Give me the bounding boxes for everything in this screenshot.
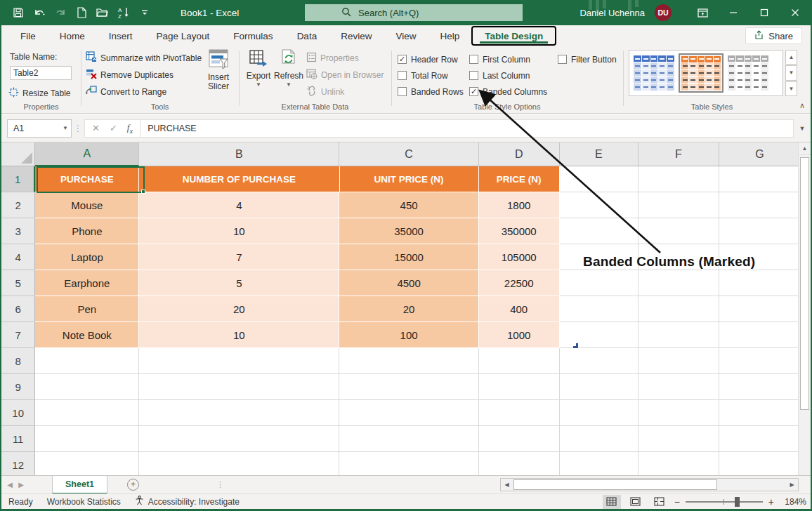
cell-F8[interactable] bbox=[639, 348, 719, 374]
sheet-nav-right-icon[interactable]: ▶ bbox=[13, 481, 30, 489]
unchecked-checkbox-icon[interactable] bbox=[558, 55, 567, 64]
checkbox-first-column[interactable]: First Column bbox=[469, 55, 558, 65]
cell-B12[interactable] bbox=[139, 452, 339, 475]
tab-formulas[interactable]: Formulas bbox=[221, 25, 284, 46]
cell-C1[interactable]: UNIT PRICE (N) bbox=[340, 166, 479, 192]
tab-data[interactable]: Data bbox=[285, 25, 329, 46]
column-header-F[interactable]: F bbox=[639, 142, 719, 166]
checked-checkbox-icon[interactable]: ✓ bbox=[398, 55, 407, 64]
checked-checkbox-icon[interactable]: ✓ bbox=[469, 87, 478, 96]
enter-icon[interactable]: ✓ bbox=[110, 123, 117, 133]
redo-icon[interactable] bbox=[53, 6, 67, 20]
save-icon[interactable] bbox=[11, 6, 25, 20]
cell-D3[interactable]: 350000 bbox=[479, 218, 560, 244]
cell-A10[interactable] bbox=[35, 400, 139, 426]
unchecked-checkbox-icon[interactable] bbox=[469, 55, 478, 64]
cell-G12[interactable] bbox=[719, 452, 801, 475]
cell-A11[interactable] bbox=[35, 426, 139, 452]
cell-G10[interactable] bbox=[719, 400, 801, 426]
cell-B7[interactable]: 10 bbox=[139, 322, 339, 348]
cell-A7[interactable]: Note Book bbox=[35, 322, 139, 348]
cell-D12[interactable] bbox=[479, 452, 560, 475]
page-break-icon[interactable] bbox=[650, 495, 669, 509]
horizontal-scroll-thumb[interactable] bbox=[513, 479, 717, 490]
cell-A8[interactable] bbox=[35, 348, 139, 374]
cell-E8[interactable] bbox=[560, 348, 639, 374]
unchecked-checkbox-icon[interactable] bbox=[398, 87, 407, 96]
name-box[interactable]: A1 ▼ bbox=[7, 119, 72, 138]
formula-bar-expand-icon[interactable]: ▼ bbox=[794, 125, 811, 132]
share-button[interactable]: Share bbox=[745, 27, 802, 44]
row-header-1[interactable]: 1 bbox=[1, 166, 35, 192]
collapse-ribbon-icon[interactable]: ∧ bbox=[799, 101, 805, 110]
vertical-scroll-thumb[interactable] bbox=[800, 157, 809, 410]
cell-E6[interactable] bbox=[560, 296, 639, 322]
cell-G5[interactable] bbox=[719, 270, 801, 296]
tab-review[interactable]: Review bbox=[329, 25, 384, 46]
cell-D2[interactable]: 1800 bbox=[479, 192, 560, 218]
cell-E10[interactable] bbox=[560, 400, 639, 426]
row-header-7[interactable]: 7 bbox=[1, 322, 35, 348]
cell-E1[interactable] bbox=[560, 166, 639, 192]
cell-G9[interactable] bbox=[719, 374, 801, 400]
page-layout-icon[interactable] bbox=[627, 495, 645, 509]
row-header-2[interactable]: 2 bbox=[1, 192, 35, 218]
formula-input[interactable]: PURCHASE bbox=[140, 119, 794, 138]
cell-E9[interactable] bbox=[560, 374, 639, 400]
cell-C12[interactable] bbox=[339, 452, 478, 475]
cell-A9[interactable] bbox=[35, 374, 139, 400]
column-header-E[interactable]: E bbox=[560, 142, 639, 166]
cell-C4[interactable]: 15000 bbox=[339, 244, 478, 270]
scroll-up-icon[interactable]: ▲ bbox=[799, 142, 811, 155]
cell-F12[interactable] bbox=[639, 452, 719, 475]
accessibility-status[interactable]: Accessibility: Investigate bbox=[128, 496, 247, 507]
row-header-3[interactable]: 3 bbox=[1, 218, 35, 244]
row-header-12[interactable]: 12 bbox=[1, 452, 35, 475]
cell-C2[interactable]: 450 bbox=[339, 192, 478, 218]
cell-E7[interactable] bbox=[560, 322, 639, 348]
checkbox-banded-rows[interactable]: Banded Rows bbox=[398, 87, 469, 97]
gallery-up-icon[interactable]: ▲ bbox=[785, 50, 797, 65]
cell-G8[interactable] bbox=[719, 348, 801, 374]
cell-B11[interactable] bbox=[139, 426, 339, 452]
cell-G4[interactable] bbox=[719, 244, 801, 270]
sheet-tab-sheet1[interactable]: Sheet1 bbox=[52, 476, 107, 494]
cell-D8[interactable] bbox=[479, 348, 560, 374]
undo-icon[interactable] bbox=[32, 6, 46, 20]
cell-F3[interactable] bbox=[639, 218, 719, 244]
tab-insert[interactable]: Insert bbox=[97, 25, 145, 46]
cell-B4[interactable]: 7 bbox=[139, 244, 339, 270]
cell-A3[interactable]: Phone bbox=[35, 218, 139, 244]
column-header-C[interactable]: C bbox=[339, 142, 478, 166]
zoom-in-icon[interactable]: + bbox=[768, 496, 774, 507]
cell-E3[interactable] bbox=[560, 218, 639, 244]
cell-D5[interactable]: 22500 bbox=[479, 270, 560, 296]
cell-A4[interactable]: Laptop bbox=[35, 244, 139, 270]
cell-E4[interactable] bbox=[560, 244, 639, 270]
row-header-4[interactable]: 4 bbox=[1, 244, 35, 270]
gallery-down-icon[interactable]: ▼ bbox=[785, 65, 797, 80]
fx-icon[interactable]: fx bbox=[127, 122, 133, 135]
row-header-9[interactable]: 9 bbox=[1, 374, 35, 400]
unchecked-checkbox-icon[interactable] bbox=[469, 71, 478, 80]
cell-E12[interactable] bbox=[560, 452, 639, 475]
cell-F2[interactable] bbox=[639, 192, 719, 218]
sort-az-icon[interactable]: AZ bbox=[117, 6, 131, 20]
cell-G2[interactable] bbox=[719, 192, 801, 218]
unchecked-checkbox-icon[interactable] bbox=[398, 71, 407, 80]
search-input[interactable]: Search (Alt+Q) bbox=[305, 4, 523, 21]
cell-A2[interactable]: Mouse bbox=[35, 192, 139, 218]
cell-B9[interactable] bbox=[139, 374, 339, 400]
cell-F5[interactable] bbox=[639, 270, 719, 296]
row-header-6[interactable]: 6 bbox=[1, 296, 35, 322]
column-header-A[interactable]: A bbox=[35, 142, 139, 166]
horizontal-scrollbar[interactable]: ◀ ▶ bbox=[500, 478, 799, 491]
cell-A12[interactable] bbox=[35, 452, 139, 475]
resize-table-button[interactable]: Resize Table bbox=[8, 86, 70, 100]
cell-B3[interactable]: 10 bbox=[139, 218, 339, 244]
export-button[interactable]: Export ▼ bbox=[244, 49, 273, 102]
cell-A1[interactable]: PURCHASE bbox=[35, 166, 139, 192]
customize-qat-icon[interactable] bbox=[138, 6, 152, 20]
cell-E11[interactable] bbox=[560, 426, 639, 452]
normal-view-icon[interactable] bbox=[603, 495, 621, 509]
